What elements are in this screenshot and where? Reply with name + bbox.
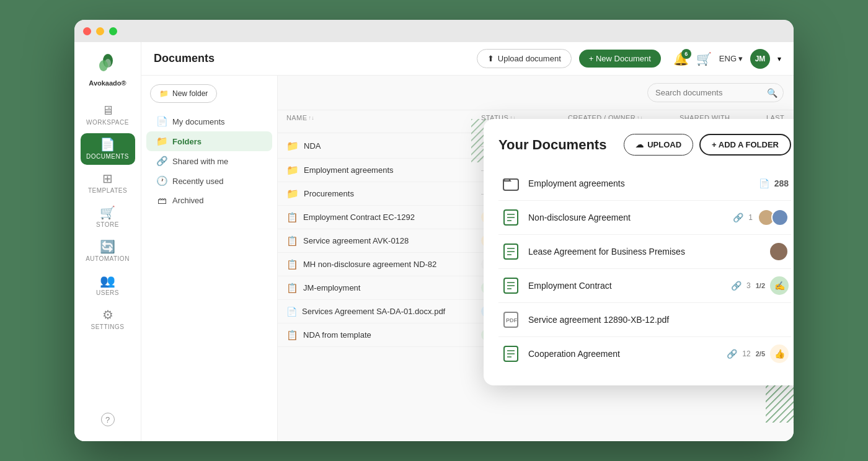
help-button[interactable]: ? bbox=[81, 408, 135, 431]
panel-doc-list: Employment agreements 📄 288 Non-disclos bbox=[498, 167, 791, 371]
row-name: 📋 Service agreement AVK-0128 bbox=[286, 235, 481, 247]
nav-recently-used[interactable]: 🕐 Recently used bbox=[146, 171, 272, 191]
sidebar-label-store: STORE bbox=[96, 221, 119, 228]
my-docs-label: My documents bbox=[172, 117, 225, 126]
name-sort[interactable]: NAME ↑↓ bbox=[286, 114, 314, 121]
sidebar-label-users: USERS bbox=[96, 289, 119, 296]
new-folder-label: New folder bbox=[172, 89, 208, 98]
svg-point-2 bbox=[99, 60, 108, 71]
sidebar-label-templates: TEMPLATES bbox=[88, 187, 127, 194]
doc-meta: 🔗 12 2/5 👍 bbox=[727, 345, 789, 363]
panel-add-folder-button[interactable]: + ADD A FOLDER bbox=[699, 134, 791, 156]
panel-add-folder-label: + ADD A FOLDER bbox=[712, 140, 779, 149]
page-title: Documents bbox=[154, 52, 469, 65]
doc-meta bbox=[769, 242, 789, 261]
link-count: 3 bbox=[746, 281, 751, 290]
list-item[interactable]: Lease Agreement for Business Premises bbox=[498, 235, 791, 269]
file-icon: 📋 bbox=[286, 283, 298, 294]
my-docs-icon: 📄 bbox=[156, 116, 167, 127]
titlebar bbox=[74, 20, 794, 42]
doc-meta: 🔗 1 bbox=[733, 209, 789, 226]
row-name: 📁 NDA bbox=[286, 140, 481, 152]
doc-name: Employment Contract bbox=[528, 281, 724, 291]
panel-upload-label: UPLOAD bbox=[647, 140, 681, 149]
pdf-icon: PDF bbox=[501, 310, 521, 330]
folder-icon: 📁 bbox=[286, 164, 299, 176]
search-icon: 🔍 bbox=[767, 88, 777, 98]
link-count: 12 bbox=[742, 349, 750, 358]
sidebar-label-automation: AUTOMATION bbox=[86, 255, 130, 262]
minimize-button[interactable] bbox=[96, 27, 104, 35]
shared-icon: 🔗 bbox=[156, 156, 167, 167]
store-icon: 🛒 bbox=[100, 206, 115, 219]
doc-name: Service agreement 12890-XB-12.pdf bbox=[528, 315, 781, 325]
list-item[interactable]: PDF Service agreement 12890-XB-12.pdf bbox=[498, 303, 791, 337]
file-icon bbox=[501, 276, 521, 296]
logo-area: Avokaado® bbox=[89, 52, 126, 87]
upload-cloud-icon: ☁ bbox=[636, 140, 644, 149]
new-doc-label: + New Document bbox=[589, 54, 651, 63]
shared-label: Shared with me bbox=[172, 157, 228, 166]
folder-icon bbox=[501, 173, 521, 193]
search-input-wrap: 🔍 bbox=[647, 83, 784, 102]
close-button[interactable] bbox=[83, 27, 91, 35]
link-icon: 🔗 bbox=[727, 349, 737, 359]
link-count: 1 bbox=[748, 213, 753, 222]
new-folder-button[interactable]: 📁 New folder bbox=[150, 84, 217, 103]
avatar bbox=[769, 242, 789, 261]
nav-folders[interactable]: 📁 Folders bbox=[146, 131, 272, 151]
row-name: 📁 Employment agreements bbox=[286, 164, 481, 176]
sidebar-item-workspace[interactable]: 🖥 WORKSPACE bbox=[81, 99, 135, 131]
notifications-button[interactable]: 🔔 6 bbox=[673, 51, 689, 66]
documents-icon: 📄 bbox=[100, 138, 115, 151]
app-window: Avokaado® 🖥 WORKSPACE 📄 DOCUMENTS ⊞ TEMP… bbox=[74, 20, 794, 441]
row-name: 📋 NDA from template bbox=[286, 330, 481, 341]
fraction-badge: 1/2 bbox=[756, 282, 765, 289]
brand-name: Avokaado® bbox=[89, 79, 126, 87]
settings-icon: ⚙ bbox=[102, 309, 113, 321]
nav-archived[interactable]: 🗃 Archived bbox=[146, 191, 272, 210]
sidebar-item-automation[interactable]: 🔄 AUTOMATION bbox=[81, 235, 135, 267]
sidebar-item-documents[interactable]: 📄 DOCUMENTS bbox=[81, 133, 135, 165]
sidebar-item-settings[interactable]: ⚙ SETTINGS bbox=[81, 304, 135, 335]
user-menu-chevron[interactable]: ▾ bbox=[777, 55, 781, 63]
list-item[interactable]: Employment agreements 📄 288 bbox=[498, 167, 791, 201]
user-avatar[interactable]: JM bbox=[750, 49, 770, 69]
list-item[interactable]: Cooperation Agreement 🔗 12 2/5 👍 bbox=[498, 337, 791, 371]
new-document-button[interactable]: + New Document bbox=[579, 50, 661, 68]
nav-shared-with-me[interactable]: 🔗 Shared with me bbox=[146, 151, 272, 171]
upload-icon: ⬆ bbox=[487, 54, 494, 63]
row-name: 📁 Procurements bbox=[286, 188, 481, 200]
sidebar-item-templates[interactable]: ⊞ TEMPLATES bbox=[81, 167, 135, 199]
doc-meta: 📄 288 bbox=[759, 178, 789, 188]
search-bar-row: 🔍 bbox=[278, 76, 794, 110]
sidebar-label-documents: DOCUMENTS bbox=[86, 153, 129, 160]
doc-meta: 🔗 3 1/2 ✍ bbox=[731, 276, 789, 295]
sidebar-item-users[interactable]: 👥 USERS bbox=[81, 270, 135, 301]
folder-icon: 📁 bbox=[286, 140, 299, 152]
thumbs-up-icon: 👍 bbox=[770, 345, 789, 363]
file-icon: 📋 bbox=[286, 235, 298, 247]
maximize-button[interactable] bbox=[109, 27, 117, 35]
row-name: 📄 Services Agreement SA-DA-01.docx.pdf bbox=[286, 307, 481, 317]
language-selector[interactable]: ENG ▾ bbox=[719, 54, 743, 63]
archive-icon: 🗃 bbox=[156, 195, 167, 206]
panel-upload-button[interactable]: ☁ UPLOAD bbox=[624, 134, 693, 156]
archived-label: Archived bbox=[172, 196, 204, 205]
sidebar-nav: 🖥 WORKSPACE 📄 DOCUMENTS ⊞ TEMPLATES 🛒 ST… bbox=[74, 99, 141, 335]
nav-my-documents[interactable]: 📄 My documents bbox=[146, 112, 272, 131]
recent-icon: 🕐 bbox=[156, 175, 167, 187]
users-icon: 👥 bbox=[100, 274, 115, 287]
file-icon: 📋 bbox=[286, 212, 298, 223]
upload-document-button[interactable]: ⬆ Upload document bbox=[477, 49, 572, 68]
list-item[interactable]: Employment Contract 🔗 3 1/2 ✍ bbox=[498, 269, 791, 303]
list-item[interactable]: Non-disclosure Agreement 🔗 1 bbox=[498, 201, 791, 235]
logo-icon bbox=[95, 52, 121, 78]
cart-icon[interactable]: 🛒 bbox=[696, 51, 712, 66]
link-icon: 🔗 bbox=[733, 213, 743, 222]
templates-icon: ⊞ bbox=[102, 172, 113, 185]
sidebar-item-store[interactable]: 🛒 STORE bbox=[81, 201, 135, 233]
search-input[interactable] bbox=[647, 83, 784, 102]
row-name: 📋 JM-employment bbox=[286, 283, 481, 294]
chevron-down-icon: ▾ bbox=[738, 54, 743, 63]
